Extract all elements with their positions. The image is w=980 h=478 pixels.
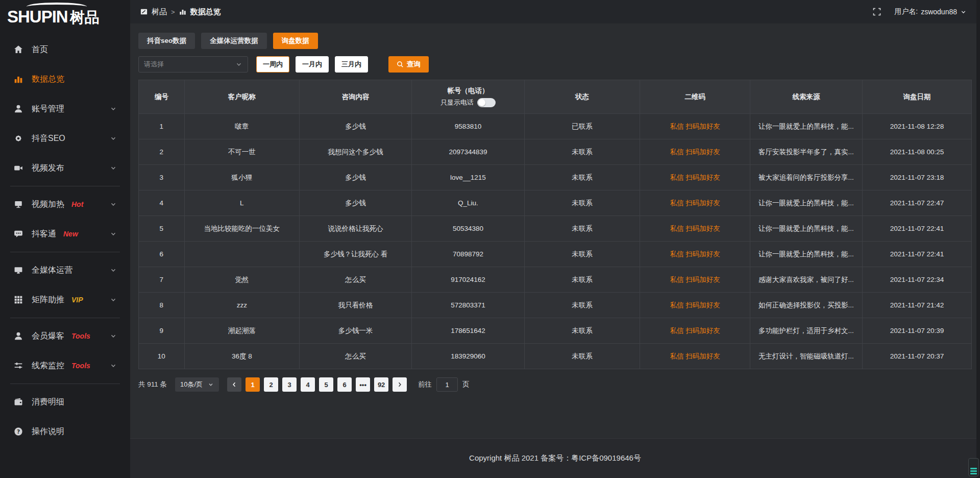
sidebar-item-spend-detail[interactable]: 消费明细: [0, 387, 130, 417]
query-button[interactable]: 查询: [388, 56, 429, 73]
sidebar-item-home[interactable]: 首页: [0, 35, 130, 64]
sidebar-item-label: 抖客通: [32, 229, 56, 240]
page-ellipsis-button[interactable]: •••: [356, 377, 370, 392]
logo-arc: [27, 3, 87, 11]
source-link[interactable]: 如何正确选择投影仪，买投影...: [750, 293, 862, 318]
scan-add-friend-link[interactable]: 扫码加好友: [685, 352, 720, 360]
breadcrumb-root[interactable]: 树品: [152, 7, 167, 17]
private-msg-link[interactable]: 私信: [670, 301, 684, 309]
sidebar-item-account-mgmt[interactable]: 账号管理: [0, 94, 130, 124]
table-row: 4 L 多少钱 Q_Liu. 未联系 私信 扫码加好友 让你一眼就爱上的黑科技，…: [139, 190, 972, 216]
page-button-1[interactable]: 1: [246, 377, 260, 392]
sidebar-item-member-blast[interactable]: 会员爆客 Tools: [0, 321, 130, 351]
source-link[interactable]: 让你一眼就爱上的黑科技，能...: [750, 114, 862, 139]
sidebar-item-label: 全媒体运营: [32, 265, 72, 276]
scan-add-friend-link[interactable]: 扫码加好友: [685, 225, 720, 232]
sidebar-item-omnimedia[interactable]: 全媒体运营: [0, 255, 130, 285]
tab-douyin-seo-data[interactable]: 抖音seo数据: [138, 33, 195, 49]
private-msg-link[interactable]: 私信: [670, 276, 684, 283]
prev-page-button[interactable]: [227, 377, 241, 392]
private-msg-link[interactable]: 私信: [670, 250, 684, 258]
scan-add-friend-link[interactable]: 扫码加好友: [685, 250, 720, 258]
source-link[interactable]: 让你一眼就爱上的黑科技，能...: [750, 242, 862, 267]
svg-text:?: ?: [17, 428, 20, 435]
range-quarter-button[interactable]: 三月内: [335, 56, 368, 73]
sidebar-item-lead-monitor[interactable]: 线索监控 Tools: [0, 351, 130, 380]
range-month-button[interactable]: 一月内: [296, 56, 329, 73]
scan-add-friend-link[interactable]: 扫码加好友: [685, 174, 720, 181]
page-button-5[interactable]: 5: [319, 377, 333, 392]
sliders-icon: [13, 361, 23, 371]
page-button-6[interactable]: 6: [337, 377, 352, 392]
source-link[interactable]: 感谢大家喜欢我家，被问了好...: [750, 267, 862, 293]
range-week-button[interactable]: 一周内: [256, 56, 289, 73]
scrollbar-track[interactable]: [976, 0, 980, 478]
tools-badge: Tools: [71, 332, 90, 340]
bar-chart-mini-icon: [179, 8, 186, 15]
cell-nickname: 当地比较能吃的一位美女: [184, 216, 299, 242]
scan-add-friend-link[interactable]: 扫码加好友: [685, 301, 720, 309]
page-button-4[interactable]: 4: [301, 377, 315, 392]
sidebar-item-doukestong[interactable]: 抖客通 New: [0, 219, 130, 249]
goto-page-input[interactable]: [436, 377, 458, 392]
sidebar-item-label: 会员爆客: [32, 331, 64, 342]
sidebar-divider: [10, 384, 120, 384]
chevron-left-icon: [231, 381, 237, 388]
cell-account: 183929060: [412, 344, 524, 369]
source-link[interactable]: 被大家追着问的客厅投影分享...: [750, 165, 862, 190]
page-button-92[interactable]: 92: [374, 377, 388, 392]
scan-add-friend-link[interactable]: 扫码加好友: [685, 123, 720, 130]
source-link[interactable]: 多功能护栏灯，适用于乡村文...: [750, 318, 862, 344]
scan-add-friend-link[interactable]: 扫码加好友: [685, 276, 720, 283]
cell-no: 6: [139, 242, 185, 267]
tab-inquiry-data[interactable]: 询盘数据: [273, 33, 318, 49]
phone-only-toggle[interactable]: [477, 98, 496, 107]
grid-icon: [13, 295, 23, 305]
cell-qr: 私信 扫码加好友: [640, 114, 750, 139]
cell-nickname: L: [184, 190, 299, 216]
sidebar-item-data-overview[interactable]: 数据总览: [0, 64, 130, 94]
private-msg-link[interactable]: 私信: [670, 174, 684, 181]
page-size-select[interactable]: 10条/页: [175, 377, 219, 392]
scan-add-friend-link[interactable]: 扫码加好友: [685, 148, 720, 156]
chat-widget[interactable]: [968, 458, 979, 476]
page-button-3[interactable]: 3: [282, 377, 297, 392]
user-icon: [13, 104, 23, 114]
home-icon: [13, 44, 23, 55]
fullscreen-icon[interactable]: [873, 8, 881, 16]
tab-omnimedia-data[interactable]: 全媒体运营数据: [201, 33, 267, 49]
cell-date: 2021-11-07 22:41: [863, 216, 972, 242]
hot-badge: Hot: [71, 200, 83, 208]
cell-account: 572803371: [412, 293, 524, 318]
scan-add-friend-link[interactable]: 扫码加好友: [685, 327, 720, 334]
private-msg-link[interactable]: 私信: [670, 123, 684, 130]
cell-account: love__1215: [412, 165, 524, 190]
sidebar-item-video-publish[interactable]: 视频发布: [0, 153, 130, 183]
private-msg-link[interactable]: 私信: [670, 199, 684, 207]
private-msg-link[interactable]: 私信: [670, 225, 684, 232]
sidebar-item-help[interactable]: ? 操作说明: [0, 417, 130, 446]
sidebar-item-douyin-seo[interactable]: 抖音SEO: [0, 124, 130, 153]
sidebar-item-matrix-boost[interactable]: 矩阵助推 VIP: [0, 285, 130, 315]
chat-bubble-icon: [13, 229, 23, 239]
col-header-source: 线索来源: [750, 80, 862, 114]
private-msg-link[interactable]: 私信: [670, 327, 684, 334]
source-link[interactable]: 让你一眼就爱上的黑科技，能...: [750, 190, 862, 216]
gear-icon: [13, 133, 23, 144]
private-msg-link[interactable]: 私信: [670, 148, 684, 156]
next-page-button[interactable]: [393, 377, 407, 392]
user-menu[interactable]: 用户名: zswodun88: [894, 7, 967, 16]
chevron-down-icon: [110, 267, 117, 274]
scan-add-friend-link[interactable]: 扫码加好友: [685, 199, 720, 207]
sidebar-item-video-heat[interactable]: 视频加热 Hot: [0, 189, 130, 219]
monitor-icon: [13, 199, 23, 209]
page-button-2[interactable]: 2: [264, 377, 278, 392]
cell-account: 9583810: [412, 114, 524, 139]
account-select[interactable]: 请选择: [138, 56, 248, 73]
cell-date: 2021-11-08 00:25: [863, 139, 972, 165]
table-row: 10 36度 8 怎么买 183929060 未联系 私信 扫码加好友 无主灯设…: [139, 344, 972, 369]
source-link[interactable]: 客厅安装投影半年多了，真实...: [750, 139, 862, 165]
private-msg-link[interactable]: 私信: [670, 352, 684, 360]
source-link[interactable]: 无主灯设计，智能磁吸轨道灯...: [750, 344, 862, 369]
source-link[interactable]: 让你一眼就爱上的黑科技，能...: [750, 216, 862, 242]
